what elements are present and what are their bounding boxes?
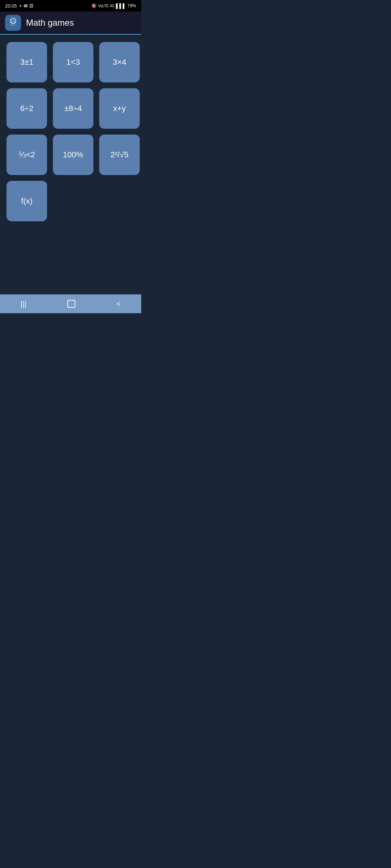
svg-text:7: 7 bbox=[12, 21, 13, 24]
status-icons-left: ✦ ☎ 🖼 bbox=[19, 4, 33, 8]
card-power-sqrt-label: 2²/√5 bbox=[110, 150, 129, 159]
back-icon: < bbox=[117, 300, 121, 308]
nav-bar: ||| < bbox=[0, 294, 141, 313]
recent-apps-button[interactable]: ||| bbox=[13, 298, 34, 310]
mute-icon: 🔇 bbox=[91, 3, 97, 8]
card-fraction[interactable]: ⅓<2 bbox=[7, 135, 47, 175]
main-content: 3±1 1<3 3×4 6÷2 ±8÷4 x+y ⅓<2 100% 2²/√5 bbox=[0, 35, 141, 294]
home-button[interactable] bbox=[60, 298, 83, 310]
card-multiply-label: 3×4 bbox=[113, 58, 126, 67]
recent-apps-icon: ||| bbox=[21, 300, 26, 308]
card-plusminus-divide[interactable]: ±8÷4 bbox=[53, 88, 93, 129]
time-display: 20:05 bbox=[5, 3, 17, 9]
card-xy[interactable]: x+y bbox=[99, 88, 140, 129]
card-multiply[interactable]: 3×4 bbox=[99, 42, 140, 82]
svg-marker-0 bbox=[10, 18, 16, 24]
app-icon: 7 2 5 4 3 bbox=[5, 15, 21, 31]
card-row-1: 3±1 1<3 3×4 bbox=[7, 42, 135, 82]
home-icon bbox=[67, 300, 75, 308]
app-title: Math games bbox=[26, 18, 74, 28]
app-bar: 7 2 5 4 3 Math games bbox=[0, 12, 141, 35]
card-xy-label: x+y bbox=[113, 104, 126, 113]
status-bar: 20:05 ✦ ☎ 🖼 🔇 VoLTE 4G ▌▌▌ 79% bbox=[0, 0, 141, 12]
card-row-2: 6÷2 ±8÷4 x+y bbox=[7, 88, 135, 129]
card-lessthan[interactable]: 1<3 bbox=[53, 42, 93, 82]
card-plusminus-divide-label: ±8÷4 bbox=[64, 104, 82, 113]
card-row-3: ⅓<2 100% 2²/√5 bbox=[7, 135, 135, 175]
back-button[interactable]: < bbox=[109, 298, 128, 310]
card-plusminus[interactable]: 3±1 bbox=[7, 42, 47, 82]
card-plusminus-label: 3±1 bbox=[20, 58, 34, 67]
signal-icon: ▌▌▌ bbox=[116, 3, 126, 9]
card-row-4: f(x) bbox=[7, 181, 135, 221]
card-function[interactable]: f(x) bbox=[7, 181, 47, 221]
battery-display: 79% bbox=[127, 3, 136, 8]
card-power-sqrt[interactable]: 2²/√5 bbox=[99, 135, 140, 175]
status-right-icons: 🔇 VoLTE 4G ▌▌▌ 79% bbox=[91, 3, 136, 9]
network-label: VoLTE 4G bbox=[98, 4, 114, 8]
card-percent[interactable]: 100% bbox=[53, 135, 93, 175]
status-time: 20:05 ✦ ☎ 🖼 bbox=[5, 3, 33, 9]
card-percent-label: 100% bbox=[63, 150, 83, 159]
svg-text:2 5 4 3: 2 5 4 3 bbox=[10, 24, 15, 26]
card-lessthan-label: 1<3 bbox=[66, 58, 80, 67]
card-divide[interactable]: 6÷2 bbox=[7, 88, 47, 129]
card-fraction-label: ⅓<2 bbox=[18, 150, 35, 159]
card-function-label: f(x) bbox=[21, 196, 33, 206]
card-divide-label: 6÷2 bbox=[20, 104, 34, 113]
